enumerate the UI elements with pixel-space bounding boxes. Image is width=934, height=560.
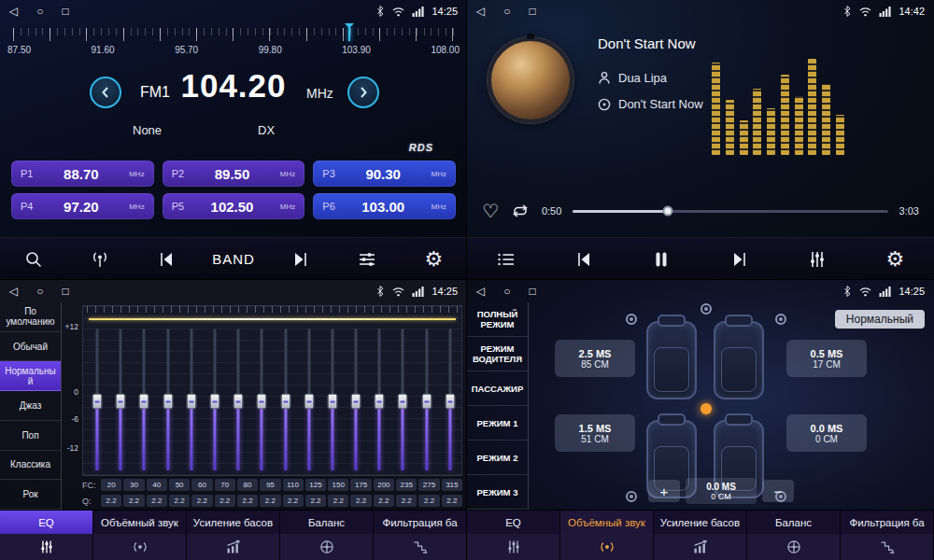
band-slider[interactable]	[303, 329, 316, 470]
preset-button[interactable]: P5 102.50 MHz	[163, 193, 305, 219]
listening-mode-item[interactable]: РЕЖИМ 1	[467, 406, 528, 441]
sound-tab[interactable]: Баланс	[747, 511, 841, 534]
recents-icon[interactable]: □	[529, 5, 535, 18]
slider-handle[interactable]	[327, 393, 337, 409]
favorite-icon[interactable]: ♡	[482, 200, 499, 222]
eq-preset-item[interactable]: Джаз	[0, 391, 61, 421]
band-button[interactable]: BAND	[206, 241, 261, 278]
slider-handle[interactable]	[116, 393, 126, 409]
band-slider[interactable]	[279, 329, 292, 470]
eq-faders-icon[interactable]	[0, 534, 93, 560]
recents-icon[interactable]: □	[62, 5, 68, 18]
band-slider[interactable]	[349, 329, 362, 470]
sound-tab[interactable]: Фильтрация ба	[841, 511, 934, 534]
increase-delay-button[interactable]: +	[648, 480, 680, 502]
sound-tab[interactable]: Объёмный звук	[560, 511, 654, 534]
bass-boost-icon[interactable]	[654, 534, 747, 560]
slider-handle[interactable]	[257, 393, 267, 409]
band-slider[interactable]	[420, 329, 433, 470]
settings-gear-icon[interactable]: ⚙	[869, 241, 921, 278]
driver-seat[interactable]	[646, 321, 697, 399]
slider-handle[interactable]	[92, 393, 103, 409]
preset-button[interactable]: P1 88.70 MHz	[11, 161, 154, 187]
slider-handle[interactable]	[304, 393, 314, 409]
band-slider[interactable]	[114, 329, 127, 470]
home-icon[interactable]: ○	[36, 285, 43, 298]
crossover-filter-icon[interactable]	[374, 534, 467, 560]
equalizer-icon[interactable]	[791, 241, 843, 278]
decrease-delay-button[interactable]: −	[762, 480, 794, 502]
back-icon[interactable]: ◁	[9, 5, 18, 18]
band-slider[interactable]	[232, 329, 245, 470]
sound-tab[interactable]: Усиление басов	[654, 511, 747, 534]
band-slider[interactable]	[91, 329, 104, 470]
balance-icon[interactable]	[747, 534, 841, 560]
sound-tab[interactable]: EQ	[0, 511, 93, 534]
tuner-aps-button[interactable]	[74, 241, 126, 278]
eq-preset-item[interactable]: Классика	[0, 451, 61, 481]
band-slider[interactable]	[396, 329, 409, 470]
slider-handle[interactable]	[445, 393, 455, 409]
settings-gear-icon[interactable]: ⚙	[407, 241, 460, 278]
band-slider[interactable]	[326, 329, 339, 470]
eq-faders-icon[interactable]	[467, 534, 560, 560]
home-icon[interactable]: ○	[36, 5, 43, 18]
passenger-seat[interactable]	[714, 321, 764, 399]
sound-tab[interactable]: Фильтрация ба	[374, 511, 467, 534]
slider-handle[interactable]	[234, 393, 244, 409]
surround-sound-icon[interactable]	[93, 534, 187, 560]
listening-mode-item[interactable]: РЕЖИМ ВОДИТЕЛЯ	[467, 337, 528, 371]
slider-handle[interactable]	[398, 393, 408, 409]
playlist-icon[interactable]	[480, 241, 532, 278]
progress-knob[interactable]	[662, 206, 672, 217]
audio-settings-icon[interactable]	[341, 241, 393, 278]
back-icon[interactable]: ◁	[9, 285, 18, 298]
crossover-filter-icon[interactable]	[841, 534, 934, 560]
preset-button[interactable]: P4 97.20 MHz	[11, 193, 154, 219]
slider-handle[interactable]	[139, 393, 149, 409]
band-slider[interactable]	[162, 329, 175, 470]
preset-button[interactable]: P3 90.30 MHz	[313, 161, 456, 187]
slider-handle[interactable]	[163, 393, 173, 409]
slider-handle[interactable]	[209, 393, 219, 409]
next-track-button[interactable]	[714, 241, 766, 278]
surround-sound-icon[interactable]	[560, 534, 654, 560]
eq-preset-item[interactable]: Рок	[0, 480, 61, 510]
listening-position-dot[interactable]	[700, 403, 712, 414]
listening-mode-item[interactable]: РЕЖИМ 3	[467, 475, 528, 510]
back-icon[interactable]: ◁	[476, 285, 485, 298]
sound-tab[interactable]: Объёмный звук	[93, 511, 187, 534]
recents-icon[interactable]: □	[62, 285, 68, 298]
band-slider[interactable]	[137, 329, 150, 470]
preset-button[interactable]: P6 103.00 MHz	[313, 193, 456, 219]
band-slider[interactable]	[255, 329, 268, 470]
previous-station-button[interactable]	[140, 241, 192, 278]
listening-mode-item[interactable]: ПОЛНЫЙ РЕЖИМ	[467, 302, 528, 337]
home-icon[interactable]: ○	[503, 5, 510, 18]
eq-preset-item[interactable]: Поп	[0, 421, 61, 451]
slider-handle[interactable]	[421, 393, 432, 409]
sound-tab[interactable]: Усиление басов	[187, 511, 280, 534]
pause-button[interactable]	[635, 241, 687, 278]
scan-button[interactable]	[7, 241, 60, 278]
band-slider[interactable]	[185, 329, 198, 470]
bass-boost-icon[interactable]	[187, 534, 280, 560]
sound-tab[interactable]: Баланс	[280, 511, 374, 534]
band-slider[interactable]	[208, 329, 221, 470]
progress-bar[interactable]	[573, 210, 887, 213]
eq-preset-item[interactable]: Обычай	[0, 332, 61, 362]
back-icon[interactable]: ◁	[476, 5, 485, 18]
tune-up-button[interactable]	[347, 77, 379, 108]
slider-handle[interactable]	[375, 393, 385, 409]
recents-icon[interactable]: □	[529, 285, 535, 298]
repeat-icon[interactable]	[510, 203, 531, 218]
profile-button[interactable]: Нормальный	[835, 310, 925, 329]
previous-track-button[interactable]	[558, 241, 610, 278]
preset-button[interactable]: P2 89.50 MHz	[163, 161, 305, 187]
slider-handle[interactable]	[186, 393, 196, 409]
listening-mode-item[interactable]: ПАССАЖИР	[467, 371, 528, 406]
balance-icon[interactable]	[280, 534, 374, 560]
band-slider[interactable]	[373, 329, 386, 470]
eq-preset-item[interactable]: По умолчанию	[0, 302, 61, 332]
listening-mode-item[interactable]: РЕЖИМ 2	[467, 441, 528, 475]
